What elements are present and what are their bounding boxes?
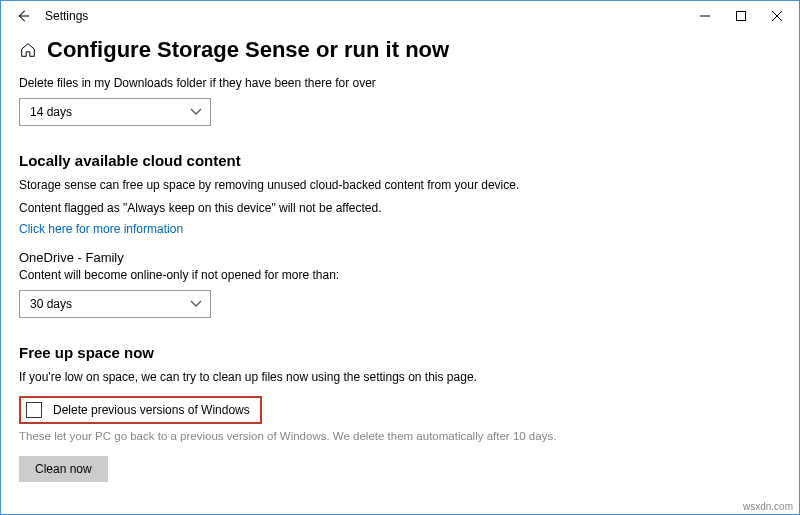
clean-now-button[interactable]: Clean now — [19, 456, 108, 482]
titlebar: Settings — [1, 1, 799, 31]
downloads-age-select[interactable]: 14 days — [19, 98, 211, 126]
settings-window: Settings — [0, 0, 800, 515]
onedrive-heading: OneDrive - Family — [19, 250, 703, 265]
free-up-intro: If you're low on space, we can try to cl… — [19, 369, 703, 386]
home-icon[interactable] — [19, 41, 37, 59]
onedrive-label: Content will become online-only if not o… — [19, 267, 703, 284]
downloads-label: Delete files in my Downloads folder if t… — [19, 75, 703, 92]
svg-rect-2 — [737, 12, 746, 21]
minimize-button[interactable] — [687, 2, 723, 30]
maximize-button[interactable] — [723, 2, 759, 30]
chevron-down-icon — [190, 297, 202, 311]
close-button[interactable] — [759, 2, 795, 30]
back-button[interactable] — [5, 1, 41, 31]
page-header: Configure Storage Sense or run it now — [19, 37, 703, 63]
page-title: Configure Storage Sense or run it now — [47, 37, 449, 63]
checkbox-box-icon — [26, 402, 42, 418]
delete-previous-versions-label: Delete previous versions of Windows — [53, 403, 250, 417]
delete-previous-versions-checkbox[interactable]: Delete previous versions of Windows — [19, 396, 262, 424]
minimize-icon — [700, 11, 710, 21]
maximize-icon — [736, 11, 746, 21]
window-controls — [687, 2, 795, 30]
downloads-age-value: 14 days — [30, 105, 72, 119]
close-icon — [772, 11, 782, 21]
free-up-heading: Free up space now — [19, 344, 703, 361]
free-up-explain: These let your PC go back to a previous … — [19, 428, 703, 444]
chevron-down-icon — [190, 105, 202, 119]
cloud-line2: Content flagged as "Always keep on this … — [19, 200, 703, 217]
cloud-content-heading: Locally available cloud content — [19, 152, 703, 169]
content-area: Configure Storage Sense or run it now De… — [1, 31, 721, 492]
cloud-line1: Storage sense can free up space by remov… — [19, 177, 703, 194]
cloud-more-info-link[interactable]: Click here for more information — [19, 222, 703, 236]
onedrive-age-value: 30 days — [30, 297, 72, 311]
onedrive-age-select[interactable]: 30 days — [19, 290, 211, 318]
app-title: Settings — [41, 9, 88, 23]
arrow-left-icon — [16, 9, 30, 23]
watermark: wsxdn.com — [743, 501, 793, 512]
